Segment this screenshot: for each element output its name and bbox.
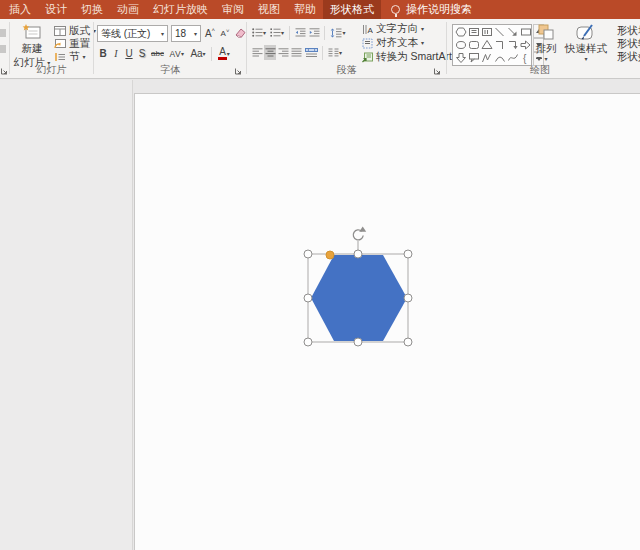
character-spacing-button[interactable]: AV▾ — [167, 46, 187, 61]
resize-handle-top-left[interactable] — [304, 250, 312, 258]
tab-shape-format[interactable]: 形状格式 — [323, 0, 381, 19]
font-group: 等线 (正文)▾ 18▾ A˄ A˅ B I U S abc AV▾ Aa — [95, 19, 246, 78]
paragraph-dialog-launcher-icon[interactable] — [433, 67, 442, 76]
new-slide-icon — [22, 23, 42, 42]
hexagon-shape[interactable] — [311, 255, 407, 341]
clipboard-dialog-launcher-icon[interactable] — [0, 67, 9, 76]
shape-arc-icon[interactable] — [496, 57, 505, 62]
smartart-icon — [362, 52, 373, 63]
grow-font-button[interactable]: A˄ — [204, 26, 216, 41]
align-left-button[interactable] — [251, 45, 263, 60]
font-name-combo[interactable]: 等线 (正文)▾ — [97, 25, 168, 42]
shape-fill-label: 形状填充 — [617, 24, 640, 38]
convert-smartart-button[interactable]: 转换为 SmartArt▾ — [360, 51, 460, 63]
quick-styles-icon — [575, 23, 597, 42]
format-painter-icon[interactable] — [0, 45, 6, 53]
adjustment-handle[interactable] — [326, 251, 334, 259]
shape-effects-button[interactable]: 形状效果 — [612, 50, 640, 63]
distribute-text-icon — [305, 48, 318, 58]
tab-transitions[interactable]: 切换 — [74, 0, 110, 19]
arrange-button[interactable]: 排列 ▾ — [528, 23, 564, 62]
italic-button[interactable]: I — [110, 46, 122, 61]
tab-review[interactable]: 审阅 — [215, 0, 251, 19]
tab-insert[interactable]: 插入 — [0, 0, 38, 19]
text-direction-dropdown-icon: ▾ — [421, 26, 424, 32]
resize-handle-bottom[interactable] — [354, 338, 362, 346]
underline-button[interactable]: U — [123, 46, 135, 61]
tab-animations[interactable]: 动画 — [110, 0, 146, 19]
tab-design[interactable]: 设计 — [38, 0, 74, 19]
reset-button[interactable]: 重置 — [52, 38, 92, 50]
shape-hexagon-icon[interactable] — [456, 28, 466, 36]
text-direction-button[interactable]: A 文字方向▾ — [360, 23, 426, 35]
justify-button[interactable] — [290, 45, 302, 60]
decrease-indent-button[interactable] — [294, 25, 306, 40]
text-direction-label: 文字方向 — [376, 22, 418, 36]
tab-view[interactable]: 视图 — [251, 0, 287, 19]
strikethrough-button[interactable]: abc — [149, 46, 166, 61]
shape-outline-button[interactable]: 形状轮廓 — [612, 37, 640, 50]
font-color-swatch: A — [218, 47, 227, 60]
slide-thumbnails-panel[interactable] — [0, 80, 133, 550]
font-dialog-launcher-icon[interactable] — [234, 67, 243, 76]
shrink-font-button[interactable]: A˅ — [219, 26, 231, 41]
rotate-handle-icon[interactable] — [353, 227, 366, 240]
shape-triangle-icon[interactable] — [482, 41, 492, 49]
bold-button[interactable]: B — [97, 46, 109, 61]
shape-vertical-text-box-icon[interactable] — [483, 29, 492, 36]
drawing-group-label: 绘图 — [500, 63, 580, 77]
shape-elbow-connector-icon[interactable] — [496, 42, 503, 50]
shape-arrow-icon[interactable] — [509, 28, 517, 36]
layout-button[interactable]: 版式▾ — [52, 25, 98, 37]
numbering-button[interactable]: ▾ — [269, 25, 285, 40]
resize-handle-top[interactable] — [354, 250, 362, 258]
shape-fill-button[interactable]: 形状填充 — [612, 24, 640, 37]
resize-handle-bottom-left[interactable] — [304, 338, 312, 346]
clipboard-icon[interactable] — [0, 29, 6, 37]
shape-elbow-arrow-connector-icon[interactable] — [509, 42, 518, 50]
columns-button[interactable]: ▾ — [326, 45, 344, 60]
shape-oval-icon[interactable] — [457, 42, 466, 49]
bullets-button[interactable]: ▾ — [251, 25, 267, 40]
tab-help[interactable]: 帮助 — [287, 0, 323, 19]
drawing-group: { 排列 ▾ — [448, 19, 640, 78]
tell-me-label: 操作说明搜索 — [406, 2, 472, 17]
increase-indent-icon — [309, 28, 320, 37]
tell-me-search[interactable]: 操作说明搜索 — [381, 0, 472, 19]
shape-line-icon[interactable] — [496, 28, 504, 36]
character-spacing-dropdown-icon: ▾ — [181, 51, 185, 57]
section-dropdown-icon: ▾ — [83, 54, 86, 60]
layout-label: 版式 — [69, 24, 90, 38]
distribute-text-button[interactable] — [303, 45, 319, 60]
font-size-combo[interactable]: 18▾ — [171, 25, 201, 42]
arrange-label: 排列 — [536, 42, 557, 56]
change-case-button[interactable]: Aa▾ — [188, 46, 208, 61]
font-name-value: 等线 (正文) — [101, 27, 150, 41]
quick-styles-button[interactable]: 快速样式 ▾ — [564, 23, 608, 62]
columns-dropdown-icon: ▾ — [339, 50, 342, 56]
shape-text-box-icon[interactable] — [470, 29, 479, 36]
shape-down-arrow-icon[interactable] — [457, 54, 466, 63]
reset-icon — [54, 39, 66, 49]
align-center-button[interactable] — [264, 45, 276, 60]
tab-slideshow[interactable]: 幻灯片放映 — [146, 0, 215, 19]
shape-outline-label: 形状轮廓 — [617, 37, 640, 51]
align-right-button[interactable] — [277, 45, 289, 60]
resize-handle-top-right[interactable] — [404, 250, 412, 258]
font-color-button[interactable]: A▾ — [215, 46, 233, 61]
paragraph-group: ▾ ▾ ▾ ▾ A 文字方向▾ — [248, 19, 445, 78]
resize-handle-right[interactable] — [404, 294, 412, 302]
shape-callout-icon[interactable] — [470, 54, 479, 63]
shape-curve-icon[interactable] — [509, 55, 518, 61]
align-text-button[interactable]: 对齐文本▾ — [360, 37, 426, 49]
section-button[interactable]: 节▾ — [52, 51, 88, 63]
resize-handle-bottom-right[interactable] — [404, 338, 412, 346]
line-spacing-button[interactable]: ▾ — [329, 25, 347, 40]
shape-freeform-icon[interactable] — [483, 54, 491, 62]
line-spacing-icon — [330, 28, 342, 38]
shape-rounded-rectangle-icon[interactable] — [470, 42, 479, 49]
justify-icon — [291, 48, 302, 57]
resize-handle-left[interactable] — [304, 294, 312, 302]
increase-indent-button[interactable] — [308, 25, 320, 40]
text-shadow-button[interactable]: S — [136, 46, 148, 61]
